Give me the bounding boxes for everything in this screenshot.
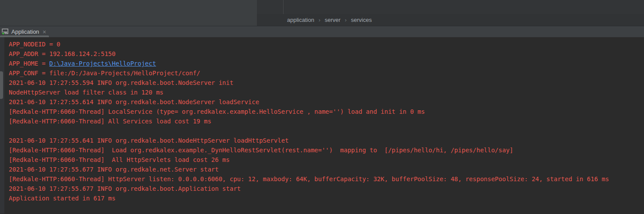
editor-empty-panel <box>0 0 257 26</box>
console-line: 2021-06-10 17:27:55.594 INFO org.redkale… <box>9 78 644 88</box>
console-line: [Redkale-HTTP:6060-Thread] Load org.redk… <box>9 145 644 155</box>
close-icon[interactable]: × <box>43 29 46 35</box>
run-console-icon <box>2 28 9 35</box>
run-toolwindow-tabbar: Application × <box>0 26 644 37</box>
console-line: NodeHttpServer load filter class in 120 … <box>9 88 644 97</box>
console-line: [Redkale-HTTP:6060-Thread] All HttpServl… <box>9 155 644 165</box>
editor-top-strip <box>257 0 644 14</box>
tab-application-label: Application <box>11 28 39 35</box>
console-gutter <box>0 37 4 214</box>
chevron-right-icon: › <box>319 18 320 23</box>
console-line <box>9 126 644 136</box>
console-line: APP_CONF = file:/D:/Java-Projects/HelloP… <box>9 68 644 78</box>
console-output-panel: APP_NODEID = 0APP_ADDR = 192.168.124.2:5… <box>0 37 644 214</box>
console-line: [Redkale-HTTP:6060-Thread] All Services … <box>9 116 644 126</box>
console-line: Application started in 617 ms <box>9 193 644 203</box>
chevron-right-icon: › <box>345 18 346 23</box>
console-line: [Redkale-HTTP:6060-Thread] LocalService … <box>9 107 644 116</box>
console-line: [Redkale-HTTP:6060-Thread] HttpServer li… <box>9 174 644 184</box>
console-line-prefix: APP_HOME = <box>9 60 49 67</box>
breadcrumb-item-application[interactable]: application <box>287 17 314 23</box>
left-scrollbar-thumb[interactable] <box>0 71 3 99</box>
console-line: 2021-06-10 17:27:55.614 INFO org.redkale… <box>9 97 644 107</box>
console-line: APP_ADDR = 192.168.124.2:5150 <box>9 49 644 59</box>
console-line: 2021-06-10 17:27:55.677 INFO org.redkale… <box>9 184 644 193</box>
tab-application[interactable]: Application × <box>0 26 50 37</box>
console-line: 2021-06-10 17:27:55.677 INFO org.redkale… <box>9 165 644 174</box>
file-path-link[interactable]: D:\Java-Projects\HelloProject <box>49 60 156 67</box>
breadcrumb: application › server › services <box>257 14 644 26</box>
console-line: APP_HOME = D:\Java-Projects\HelloProject <box>9 59 644 68</box>
breadcrumb-item-server[interactable]: server <box>325 17 340 23</box>
console-line: 2021-06-10 17:27:55.641 INFO org.redkale… <box>9 136 644 145</box>
editor-header: application › server › services <box>0 0 644 26</box>
console-line: APP_NODEID = 0 <box>9 39 644 49</box>
breadcrumb-item-services[interactable]: services <box>351 17 372 23</box>
panel-divider <box>283 0 284 14</box>
console-lines: APP_NODEID = 0APP_ADDR = 192.168.124.2:5… <box>9 39 644 203</box>
